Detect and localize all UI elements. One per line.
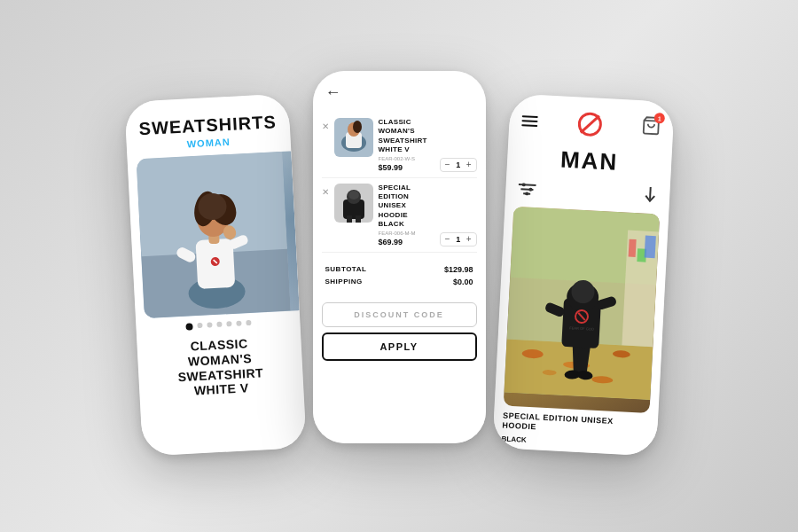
qty-increase-2[interactable]: + xyxy=(466,235,472,244)
svg-rect-23 xyxy=(347,215,352,223)
hamburger-line-3 xyxy=(521,124,537,127)
cart-item-2-sku: FEAR-006-M-M xyxy=(379,231,434,236)
cart-items: ✕ CLASSICWOMAN'SSWEATSHIRTWHITE V FEAR-0… xyxy=(313,107,486,258)
back-button[interactable]: ← xyxy=(325,83,341,101)
sort-icon-svg xyxy=(642,186,657,203)
qty-value-2: 1 xyxy=(454,235,463,244)
center-screen: ← ✕ CLASSIC xyxy=(313,71,486,443)
svg-rect-24 xyxy=(356,215,361,223)
right-topbar: 1 xyxy=(508,93,674,148)
cart-item-2-info: SPECIALEDITION UNISEXHOODIE BLACK FEAR-0… xyxy=(379,184,434,246)
subtotal-row: SUBTOTAL $129.98 xyxy=(325,265,473,274)
apply-button[interactable]: APPLY xyxy=(322,332,477,361)
hamburger-line-2 xyxy=(521,120,537,122)
subtotal-label: SUBTOTAL xyxy=(325,265,367,274)
remove-item-2[interactable]: ✕ xyxy=(322,187,329,197)
sort-button[interactable] xyxy=(642,186,657,207)
left-screen: SWEATSHIRTS WOMAN xyxy=(124,93,307,456)
cart-item-1-sku: FEAR-002-W-S xyxy=(379,156,434,161)
right-screen: 1 MAN xyxy=(492,93,675,456)
remove-item-1[interactable]: ✕ xyxy=(322,121,329,131)
filter-button[interactable] xyxy=(517,183,536,199)
svg-rect-46 xyxy=(644,236,655,259)
dot-6 xyxy=(235,321,240,326)
dot-2 xyxy=(196,323,201,328)
dot-3 xyxy=(206,322,211,327)
phone-right: 1 MAN xyxy=(492,93,675,456)
cart-item-1-name: CLASSICWOMAN'SSWEATSHIRTWHITE V xyxy=(379,118,434,155)
dot-1 xyxy=(184,323,192,330)
cart-summary: SUBTOTAL $129.98 SHIPPING $0.00 xyxy=(313,258,486,295)
shipping-value: $0.00 xyxy=(453,278,473,286)
menu-button[interactable] xyxy=(521,115,538,127)
svg-point-18 xyxy=(353,121,362,133)
subtotal-value: $129.98 xyxy=(444,265,473,274)
cart-button[interactable]: 1 xyxy=(640,115,661,139)
cart-item-1-info: CLASSICWOMAN'SSWEATSHIRTWHITE V FEAR-002… xyxy=(379,118,434,172)
brand-logo xyxy=(576,111,602,137)
svg-point-22 xyxy=(348,191,359,200)
cart-item-2-name: SPECIALEDITION UNISEXHOODIE BLACK xyxy=(379,184,434,230)
phones-container: SWEATSHIRTS WOMAN xyxy=(133,80,666,452)
qty-increase-1[interactable]: + xyxy=(466,160,472,169)
man-svg: FEAR OF GOD xyxy=(504,207,660,400)
svg-point-31 xyxy=(521,183,525,186)
phone-left: SWEATSHIRTS WOMAN xyxy=(124,93,307,456)
svg-line-28 xyxy=(518,184,536,185)
svg-point-32 xyxy=(528,187,532,191)
left-product-name: CLASSICWOMAN'SSWEATSHIRTWHITE V xyxy=(137,330,304,407)
cart-count: 1 xyxy=(653,113,665,124)
qty-decrease-2[interactable]: − xyxy=(445,235,450,244)
shipping-row: SHIPPING $0.00 xyxy=(325,278,473,286)
right-product-image: FEAR OF GOD xyxy=(503,207,660,413)
woman-svg xyxy=(136,152,290,318)
left-header: SWEATSHIRTS WOMAN xyxy=(124,93,291,160)
qty-decrease-1[interactable]: − xyxy=(445,160,450,169)
cart-item-1-image xyxy=(334,118,373,157)
cart-item-1-price: $59.99 xyxy=(379,163,434,172)
svg-point-33 xyxy=(525,192,528,195)
cart-item-2-image xyxy=(334,184,373,223)
dot-5 xyxy=(225,321,231,326)
qty-value-1: 1 xyxy=(454,160,463,169)
phone-center: ← ✕ CLASSIC xyxy=(313,71,486,443)
cart-item-2-price: $69.99 xyxy=(379,238,434,246)
filter-icon-svg xyxy=(518,183,536,196)
qty-control-2: − 1 + xyxy=(440,232,477,246)
dot-7 xyxy=(245,320,250,325)
discount-code-input[interactable]: DISCOUNT CODE xyxy=(322,302,477,327)
logo-svg xyxy=(576,111,602,137)
hamburger-line-1 xyxy=(521,115,537,118)
svg-line-34 xyxy=(650,187,651,200)
cart-item-1: ✕ CLASSICWOMAN'SSWEATSHIRTWHITE V FEAR-0… xyxy=(322,113,477,178)
shipping-label: SHIPPING xyxy=(325,278,363,286)
dot-4 xyxy=(215,322,221,327)
left-product-image xyxy=(136,151,306,318)
cart-header: ← xyxy=(313,71,486,107)
qty-control-1: − 1 + xyxy=(440,158,477,172)
cart-item-2: ✕ SPECIALEDITION UNISEXHOODIE BLACK xyxy=(322,178,477,253)
